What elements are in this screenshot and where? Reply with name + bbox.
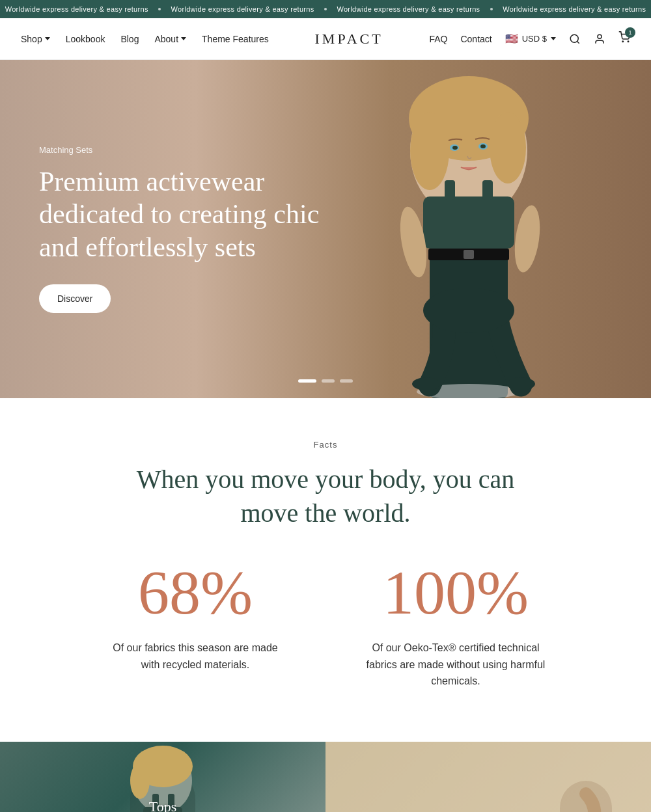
- account-button[interactable]: [594, 33, 605, 45]
- facts-headline: When you move your body, you can move th…: [130, 463, 521, 530]
- nav-left: Shop Lookbook Blog About Theme Features: [21, 34, 269, 44]
- svg-point-33: [130, 763, 150, 799]
- flag-icon: 🇺🇸: [505, 33, 518, 45]
- announcement-text-3: Worldwide express delivery & easy return…: [337, 5, 480, 13]
- hero-section: Matching Sets Premium activewear dedicat…: [0, 60, 651, 398]
- svg-point-2: [598, 34, 602, 38]
- nav-right: FAQ Contact 🇺🇸 USD $ 1: [429, 31, 630, 46]
- svg-rect-34: [326, 742, 651, 812]
- fact-description-2: Of our Oeko-Tex® certified technical fab…: [365, 640, 547, 690]
- svg-rect-11: [482, 180, 493, 200]
- hero-title: Premium activewear dedicated to creating…: [39, 165, 352, 264]
- announcement-text-1: Worldwide express delivery & easy return…: [5, 5, 148, 13]
- svg-point-20: [423, 288, 514, 333]
- cart-button[interactable]: 1: [618, 31, 630, 46]
- svg-point-7: [410, 112, 449, 190]
- facts-label: Facts: [26, 440, 625, 450]
- svg-point-13: [511, 204, 544, 274]
- nav-item-lookbook[interactable]: Lookbook: [66, 34, 105, 44]
- nav-item-theme-features[interactable]: Theme Features: [202, 34, 269, 44]
- announcement-dot-1: [158, 8, 161, 10]
- category-images: Tops: [0, 742, 651, 812]
- currency-selector[interactable]: 🇺🇸 USD $: [505, 33, 556, 45]
- header: Shop Lookbook Blog About Theme Features …: [0, 18, 651, 60]
- announcement-text-4: Worldwide express delivery & easy return…: [503, 5, 646, 13]
- category-label-tops[interactable]: Tops: [149, 798, 176, 812]
- nav-item-faq[interactable]: FAQ: [429, 34, 447, 44]
- carousel-dot-2[interactable]: [322, 379, 335, 383]
- fact-item-2: 100% Of our Oeko-Tex® certified technica…: [326, 562, 586, 690]
- announcement-bar: Worldwide express delivery & easy return…: [0, 0, 651, 18]
- svg-point-21: [412, 377, 441, 390]
- svg-point-4: [628, 41, 629, 42]
- hero-subtitle: Matching Sets: [39, 145, 352, 155]
- chevron-down-icon-currency: [551, 37, 556, 40]
- facts-stats: 68% Of our fabrics this season are made …: [26, 562, 625, 690]
- carousel-dot-3[interactable]: [340, 379, 353, 383]
- facts-section: Facts When you move your body, you can m…: [0, 398, 651, 716]
- fact-number-1: 68%: [91, 562, 299, 624]
- svg-point-8: [490, 112, 526, 183]
- search-button[interactable]: [569, 33, 581, 45]
- category-image-tops[interactable]: Tops: [0, 742, 326, 812]
- hero-model-image: [326, 60, 599, 398]
- fact-number-2: 100%: [352, 562, 560, 624]
- announcement-dot-3: [490, 8, 493, 10]
- site-logo[interactable]: IMPACT: [269, 31, 430, 47]
- svg-point-26: [480, 144, 486, 148]
- fact-description-1: Of our fabrics this season are made with…: [104, 640, 286, 673]
- chevron-down-icon-about: [181, 37, 186, 40]
- hero-carousel-dots: [298, 379, 353, 383]
- svg-point-0: [570, 34, 578, 42]
- chevron-down-icon: [45, 37, 50, 40]
- nav-item-blog[interactable]: Blog: [120, 34, 139, 44]
- nav-item-contact[interactable]: Contact: [460, 34, 492, 44]
- fact-item-1: 68% Of our fabrics this season are made …: [65, 562, 326, 690]
- discover-button[interactable]: Discover: [39, 284, 111, 313]
- svg-rect-9: [423, 196, 514, 249]
- hero-content: Matching Sets Premium activewear dedicat…: [39, 145, 352, 313]
- category-image-2[interactable]: [326, 742, 651, 812]
- svg-rect-18: [464, 250, 474, 259]
- svg-point-3: [622, 41, 624, 42]
- cart-count: 1: [625, 27, 635, 38]
- announcement-dot-2: [324, 8, 327, 10]
- svg-rect-10: [445, 180, 455, 200]
- announcement-text-2: Worldwide express delivery & easy return…: [171, 5, 314, 13]
- svg-point-25: [452, 146, 458, 150]
- svg-line-1: [577, 41, 579, 43]
- carousel-dot-1[interactable]: [298, 379, 316, 383]
- svg-point-22: [506, 377, 535, 390]
- nav-item-shop[interactable]: Shop: [21, 34, 50, 44]
- nav-item-about[interactable]: About: [154, 34, 186, 44]
